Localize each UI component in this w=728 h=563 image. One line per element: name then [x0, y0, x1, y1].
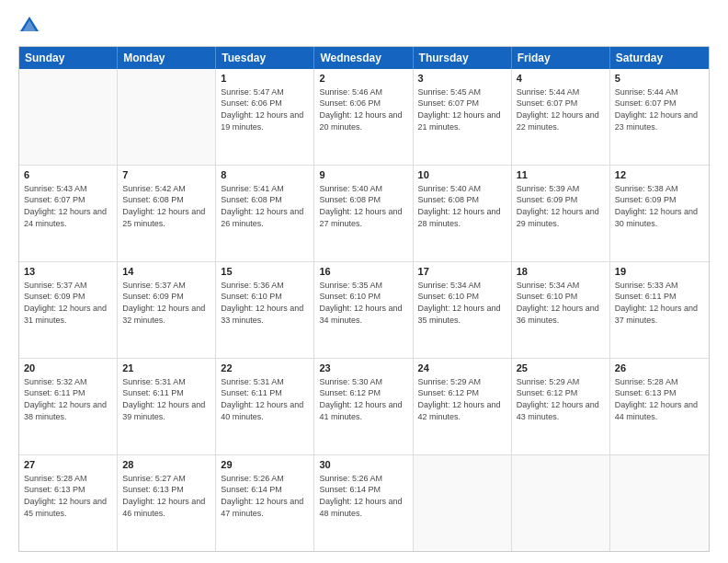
cal-cell: 26Sunrise: 5:28 AMSunset: 6:13 PMDayligh…	[610, 359, 709, 454]
header-day-friday: Friday	[512, 47, 610, 69]
day-number: 9	[319, 168, 407, 182]
cal-cell: 2Sunrise: 5:46 AMSunset: 6:06 PMDaylight…	[314, 69, 413, 165]
week-row-4: 20Sunrise: 5:32 AMSunset: 6:11 PMDayligh…	[19, 359, 709, 455]
day-info: Sunrise: 5:38 AMSunset: 6:09 PMDaylight:…	[615, 183, 704, 229]
week-row-3: 13Sunrise: 5:37 AMSunset: 6:09 PMDayligh…	[19, 262, 709, 359]
cal-cell: 19Sunrise: 5:33 AMSunset: 6:11 PMDayligh…	[610, 262, 709, 358]
day-number: 26	[615, 362, 704, 375]
day-number: 4	[517, 72, 605, 86]
calendar-header: SundayMondayTuesdayWednesdayThursdayFrid…	[19, 47, 709, 69]
day-number: 30	[319, 458, 407, 472]
cal-cell: 21Sunrise: 5:31 AMSunset: 6:11 PMDayligh…	[118, 359, 216, 454]
day-number: 17	[418, 265, 506, 279]
day-info: Sunrise: 5:43 AMSunset: 6:07 PMDaylight:…	[24, 183, 112, 229]
day-info: Sunrise: 5:37 AMSunset: 6:09 PMDaylight:…	[122, 280, 210, 326]
day-number: 10	[418, 168, 506, 182]
day-info: Sunrise: 5:27 AMSunset: 6:13 PMDaylight:…	[122, 473, 210, 519]
cal-cell	[414, 455, 512, 551]
day-number: 2	[319, 72, 407, 86]
day-number: 29	[221, 458, 309, 472]
day-info: Sunrise: 5:26 AMSunset: 6:14 PMDaylight:…	[319, 473, 407, 519]
cal-cell: 15Sunrise: 5:36 AMSunset: 6:10 PMDayligh…	[216, 262, 314, 358]
calendar: SundayMondayTuesdayWednesdayThursdayFrid…	[18, 46, 710, 552]
day-info: Sunrise: 5:46 AMSunset: 6:06 PMDaylight:…	[319, 86, 407, 132]
day-info: Sunrise: 5:28 AMSunset: 6:13 PMDaylight:…	[615, 376, 704, 422]
week-row-1: 1Sunrise: 5:47 AMSunset: 6:06 PMDaylight…	[19, 69, 709, 166]
cal-cell: 24Sunrise: 5:29 AMSunset: 6:12 PMDayligh…	[414, 359, 512, 454]
day-number: 16	[319, 265, 407, 279]
cal-cell	[610, 455, 709, 551]
day-info: Sunrise: 5:26 AMSunset: 6:14 PMDaylight:…	[221, 473, 309, 519]
day-number: 12	[615, 168, 704, 182]
day-number: 14	[122, 265, 210, 279]
header-day-tuesday: Tuesday	[216, 47, 314, 69]
cal-cell: 10Sunrise: 5:40 AMSunset: 6:08 PMDayligh…	[414, 166, 512, 261]
day-info: Sunrise: 5:29 AMSunset: 6:12 PMDaylight:…	[517, 376, 605, 422]
day-info: Sunrise: 5:44 AMSunset: 6:07 PMDaylight:…	[615, 86, 704, 132]
day-number: 20	[24, 362, 112, 375]
day-info: Sunrise: 5:30 AMSunset: 6:12 PMDaylight:…	[319, 376, 407, 422]
day-number: 18	[517, 265, 605, 279]
cal-cell: 27Sunrise: 5:28 AMSunset: 6:13 PMDayligh…	[19, 455, 118, 551]
day-info: Sunrise: 5:45 AMSunset: 6:07 PMDaylight:…	[418, 86, 506, 132]
cal-cell: 18Sunrise: 5:34 AMSunset: 6:10 PMDayligh…	[512, 262, 610, 358]
day-info: Sunrise: 5:44 AMSunset: 6:07 PMDaylight:…	[517, 86, 605, 132]
week-row-2: 6Sunrise: 5:43 AMSunset: 6:07 PMDaylight…	[19, 166, 709, 262]
day-info: Sunrise: 5:47 AMSunset: 6:06 PMDaylight:…	[221, 86, 309, 132]
cal-cell: 25Sunrise: 5:29 AMSunset: 6:12 PMDayligh…	[512, 359, 610, 454]
header-day-saturday: Saturday	[610, 47, 709, 69]
logo	[18, 15, 44, 37]
day-info: Sunrise: 5:37 AMSunset: 6:09 PMDaylight:…	[24, 280, 112, 326]
day-info: Sunrise: 5:34 AMSunset: 6:10 PMDaylight:…	[418, 280, 506, 326]
day-info: Sunrise: 5:40 AMSunset: 6:08 PMDaylight:…	[418, 183, 506, 229]
day-number: 27	[24, 458, 112, 472]
day-number: 7	[122, 168, 210, 182]
cal-cell: 8Sunrise: 5:41 AMSunset: 6:08 PMDaylight…	[216, 166, 314, 261]
day-info: Sunrise: 5:33 AMSunset: 6:11 PMDaylight:…	[615, 280, 704, 326]
header-day-wednesday: Wednesday	[314, 47, 413, 69]
day-info: Sunrise: 5:35 AMSunset: 6:10 PMDaylight:…	[319, 280, 407, 326]
day-info: Sunrise: 5:31 AMSunset: 6:11 PMDaylight:…	[221, 376, 309, 422]
cal-cell	[19, 69, 118, 165]
cal-cell: 29Sunrise: 5:26 AMSunset: 6:14 PMDayligh…	[216, 455, 314, 551]
day-number: 21	[122, 362, 210, 375]
day-number: 23	[319, 362, 407, 375]
cal-cell: 23Sunrise: 5:30 AMSunset: 6:12 PMDayligh…	[314, 359, 413, 454]
cal-cell: 12Sunrise: 5:38 AMSunset: 6:09 PMDayligh…	[610, 166, 709, 261]
cal-cell: 5Sunrise: 5:44 AMSunset: 6:07 PMDaylight…	[610, 69, 709, 165]
cal-cell: 30Sunrise: 5:26 AMSunset: 6:14 PMDayligh…	[314, 455, 413, 551]
day-info: Sunrise: 5:39 AMSunset: 6:09 PMDaylight:…	[517, 183, 605, 229]
cal-cell: 1Sunrise: 5:47 AMSunset: 6:06 PMDaylight…	[216, 69, 314, 165]
day-info: Sunrise: 5:31 AMSunset: 6:11 PMDaylight:…	[122, 376, 210, 422]
cal-cell	[512, 455, 610, 551]
day-number: 24	[418, 362, 506, 375]
day-number: 25	[517, 362, 605, 375]
cal-cell: 14Sunrise: 5:37 AMSunset: 6:09 PMDayligh…	[118, 262, 216, 358]
header-day-thursday: Thursday	[414, 47, 512, 69]
page: SundayMondayTuesdayWednesdayThursdayFrid…	[0, 0, 728, 563]
day-info: Sunrise: 5:36 AMSunset: 6:10 PMDaylight:…	[221, 280, 309, 326]
cal-cell: 16Sunrise: 5:35 AMSunset: 6:10 PMDayligh…	[314, 262, 413, 358]
day-info: Sunrise: 5:42 AMSunset: 6:08 PMDaylight:…	[122, 183, 210, 229]
day-info: Sunrise: 5:40 AMSunset: 6:08 PMDaylight:…	[319, 183, 407, 229]
cal-cell: 28Sunrise: 5:27 AMSunset: 6:13 PMDayligh…	[118, 455, 216, 551]
cal-cell: 11Sunrise: 5:39 AMSunset: 6:09 PMDayligh…	[512, 166, 610, 261]
cal-cell: 22Sunrise: 5:31 AMSunset: 6:11 PMDayligh…	[216, 359, 314, 454]
day-number: 6	[24, 168, 112, 182]
cal-cell	[118, 69, 216, 165]
cal-cell: 13Sunrise: 5:37 AMSunset: 6:09 PMDayligh…	[19, 262, 118, 358]
cal-cell: 3Sunrise: 5:45 AMSunset: 6:07 PMDaylight…	[414, 69, 512, 165]
cal-cell: 17Sunrise: 5:34 AMSunset: 6:10 PMDayligh…	[414, 262, 512, 358]
day-info: Sunrise: 5:28 AMSunset: 6:13 PMDaylight:…	[24, 473, 112, 519]
header-day-monday: Monday	[118, 47, 216, 69]
cal-cell: 6Sunrise: 5:43 AMSunset: 6:07 PMDaylight…	[19, 166, 118, 261]
day-number: 15	[221, 265, 309, 279]
day-info: Sunrise: 5:32 AMSunset: 6:11 PMDaylight:…	[24, 376, 112, 422]
logo-icon	[18, 15, 40, 37]
day-number: 22	[221, 362, 309, 375]
day-info: Sunrise: 5:34 AMSunset: 6:10 PMDaylight:…	[517, 280, 605, 326]
day-number: 5	[615, 72, 704, 86]
cal-cell: 20Sunrise: 5:32 AMSunset: 6:11 PMDayligh…	[19, 359, 118, 454]
day-number: 3	[418, 72, 506, 86]
day-number: 19	[615, 265, 704, 279]
